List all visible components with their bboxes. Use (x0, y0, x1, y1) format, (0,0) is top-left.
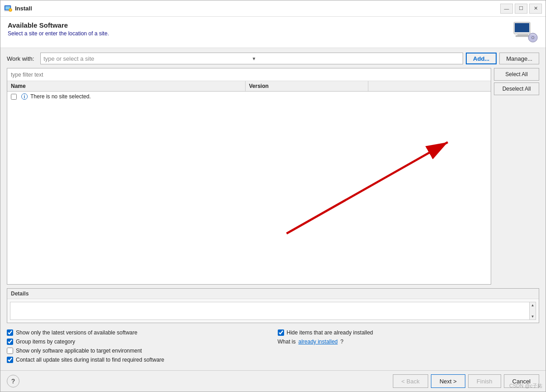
option-row-2: Group items by category (7, 339, 269, 345)
option-row-1: Show only the latest versions of availab… (7, 329, 269, 336)
help-button[interactable]: ? (7, 375, 19, 387)
option-checkbox-2[interactable] (7, 339, 13, 345)
maximize-button[interactable]: ☐ (515, 4, 527, 14)
svg-rect-8 (516, 35, 530, 37)
main-content: Work with: type or select a site ▼ Add..… (0, 48, 546, 370)
next-button[interactable]: Next > (431, 374, 465, 388)
cancel-button[interactable]: Cancel (504, 374, 539, 388)
window-icon: ! (4, 5, 12, 13)
option-row-5: Hide items that are already installed (278, 329, 540, 336)
header-icon (513, 21, 538, 43)
select-all-button[interactable]: Select All (494, 68, 539, 81)
options-left: Show only the latest versions of availab… (7, 329, 269, 363)
svg-line-13 (286, 142, 448, 234)
bottom-bar: ? < Back Next > Finish Cancel (0, 370, 546, 392)
option-label-1: Show only the latest versions of availab… (16, 329, 137, 336)
column-name: Name (7, 81, 246, 91)
option-checkbox-4[interactable] (7, 357, 13, 363)
scrollbar-up-icon: ▲ (531, 303, 535, 307)
column-extra (368, 81, 491, 91)
option-label-6-after: ? (340, 339, 343, 345)
filter-table-wrapper: Name Version i There is no site selected… (7, 68, 539, 285)
bottom-right: < Back Next > Finish Cancel (393, 374, 539, 388)
bottom-left: ? (7, 375, 19, 387)
back-button[interactable]: < Back (393, 374, 428, 388)
details-scrollbar[interactable]: ▲ ▼ (529, 302, 536, 319)
option-checkbox-5[interactable] (278, 329, 284, 336)
table-body: i There is no site selected. (7, 92, 491, 284)
info-icon: i (21, 93, 28, 100)
work-with-combo[interactable]: type or select a site ▼ (40, 53, 463, 64)
add-button[interactable]: Add... (466, 53, 497, 64)
option-label-2: Group items by category (16, 339, 75, 345)
svg-rect-6 (515, 23, 529, 32)
already-installed-link[interactable]: already installed (299, 339, 338, 345)
option-label-3: Show only software applicable to target … (16, 348, 142, 354)
options-right: Hide items that are already installed Wh… (278, 329, 540, 363)
title-bar: ! Install — ☐ ✕ (0, 0, 546, 17)
combo-arrow-icon: ▼ (252, 56, 460, 61)
option-row-6: What is already installed ? (278, 339, 540, 345)
option-label-4: Contact all update sites during install … (16, 357, 164, 363)
work-with-label: Work with: (7, 55, 38, 62)
manage-button[interactable]: Manage... (499, 53, 539, 64)
header-area: Available Software Select a site or ente… (0, 17, 546, 48)
title-bar-left: ! Install (4, 5, 32, 13)
row-checkbox[interactable] (11, 94, 17, 100)
table-row[interactable]: i There is no site selected. (7, 92, 491, 102)
details-content: ▲ ▼ (10, 302, 536, 320)
header-text: Available Software Select a site or ente… (8, 21, 109, 37)
column-version: Version (246, 81, 368, 91)
minimize-button[interactable]: — (500, 4, 513, 14)
side-buttons: Select All Deselect All (494, 68, 539, 285)
finish-button[interactable]: Finish (468, 374, 501, 388)
option-row-4: Contact all update sites during install … (7, 357, 269, 363)
scrollbar-down-icon: ▼ (531, 315, 535, 319)
option-checkbox-1[interactable] (7, 329, 13, 336)
options-section: Show only the latest versions of availab… (7, 327, 539, 366)
work-with-value: type or select a site (43, 55, 252, 62)
red-arrow-overlay (7, 92, 491, 284)
window-title: Install (15, 5, 32, 12)
table-header: Name Version (7, 81, 491, 92)
option-label-6-before: What is (278, 339, 296, 345)
title-bar-controls: — ☐ ✕ (500, 4, 542, 14)
install-window: ! Install — ☐ ✕ Available Software Selec… (0, 0, 546, 392)
details-section: Details ▲ ▼ (7, 288, 539, 323)
svg-rect-7 (517, 34, 528, 35)
filter-table-main: Name Version i There is no site selected… (7, 68, 491, 285)
deselect-all-button[interactable]: Deselect All (494, 82, 539, 95)
option-checkbox-3[interactable] (7, 348, 13, 354)
option-label-5: Hide items that are already installed (287, 329, 373, 336)
page-subtitle: Select a site or enter the location of a… (8, 30, 109, 37)
close-button[interactable]: ✕ (529, 4, 542, 14)
row-text: There is no site selected. (30, 93, 91, 100)
page-title: Available Software (8, 21, 109, 29)
svg-point-11 (532, 37, 534, 39)
option-row-3: Show only software applicable to target … (7, 348, 269, 354)
filter-input[interactable] (7, 68, 491, 81)
work-with-row: Work with: type or select a site ▼ Add..… (7, 53, 539, 64)
details-label: Details (7, 289, 539, 299)
